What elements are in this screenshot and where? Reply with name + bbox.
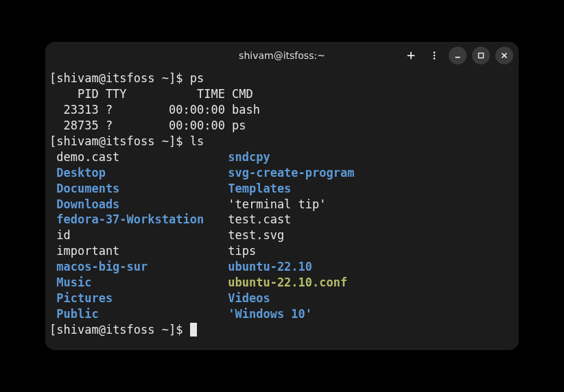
ls-entry: test.cast xyxy=(221,212,291,228)
ls-entry: demo.cast xyxy=(49,149,221,165)
ls-entry: ubuntu-22.10 xyxy=(221,259,312,275)
window-title: shivam@itsfoss:~ xyxy=(239,50,325,61)
terminal-body[interactable]: [shivam@itsfoss ~]$ ps PID TTY TIME CMD … xyxy=(45,69,519,350)
ls-entry: 'Windows 10' xyxy=(221,306,312,322)
prompt-line: [shivam@itsfoss ~]$ xyxy=(49,71,190,85)
ls-entry: Pictures xyxy=(49,291,221,306)
ls-row: id test.svg xyxy=(49,228,515,243)
ls-row: Documents Templates xyxy=(49,181,515,197)
ls-entry: Music xyxy=(49,275,221,291)
ls-row: Downloads 'terminal tip' xyxy=(49,197,515,212)
svg-point-4 xyxy=(434,58,436,60)
ls-row: fedora-37-Workstation test.cast xyxy=(49,212,515,228)
ls-row: demo.cast sndcpy xyxy=(49,149,515,165)
command-ps: ps xyxy=(190,71,204,85)
svg-point-3 xyxy=(434,55,436,57)
ls-entry: ubuntu-22.10.conf xyxy=(221,275,347,291)
ls-entry: Desktop xyxy=(49,165,221,181)
menu-button[interactable] xyxy=(425,47,443,64)
ls-row: Desktop svg-create-program xyxy=(49,165,515,181)
ls-entry: Templates xyxy=(221,181,291,197)
ps-row: 28735 ? 00:00:00 ps xyxy=(49,119,246,132)
close-button[interactable] xyxy=(495,47,513,64)
ls-entry: sndcpy xyxy=(221,149,270,165)
minimize-icon xyxy=(453,51,462,60)
ls-entry: important xyxy=(49,243,221,259)
close-icon xyxy=(500,51,509,60)
terminal-window: shivam@itsfoss:~ [shivam@itsfoss ~]$ ps … xyxy=(45,42,519,350)
ls-entry: macos-big-sur xyxy=(49,259,221,275)
ls-row: macos-big-sur ubuntu-22.10 xyxy=(49,259,515,275)
titlebar: shivam@itsfoss:~ xyxy=(45,42,519,69)
ls-entry: test.svg xyxy=(221,228,284,243)
ps-row: 23313 ? 00:00:00 bash xyxy=(49,103,260,117)
prompt-line: [shivam@itsfoss ~]$ xyxy=(49,323,190,336)
ls-entry: tips xyxy=(221,243,256,259)
maximize-button[interactable] xyxy=(472,47,490,64)
ls-output: demo.cast sndcpy Desktop svg-create-prog… xyxy=(49,149,515,322)
ls-entry: Videos xyxy=(221,291,270,306)
plus-icon xyxy=(406,51,416,60)
ls-row: important tips xyxy=(49,243,515,259)
ls-entry: Documents xyxy=(49,181,221,197)
ls-entry: Public xyxy=(49,306,221,322)
prompt-line: [shivam@itsfoss ~]$ xyxy=(49,134,190,148)
cursor xyxy=(190,323,197,336)
svg-rect-6 xyxy=(479,53,484,58)
ls-entry: svg-create-program xyxy=(221,165,354,181)
ls-entry: id xyxy=(49,228,221,243)
maximize-icon xyxy=(476,51,486,60)
new-tab-button[interactable] xyxy=(402,47,420,64)
ls-row: Public 'Windows 10' xyxy=(49,306,515,322)
svg-point-2 xyxy=(434,51,436,53)
ls-entry: Downloads xyxy=(49,197,221,212)
ls-entry: fedora-37-Workstation xyxy=(49,212,221,228)
minimize-button[interactable] xyxy=(449,47,467,64)
ls-row: Pictures Videos xyxy=(49,291,515,306)
ls-entry: 'terminal tip' xyxy=(221,197,327,212)
titlebar-controls xyxy=(402,47,513,64)
ps-header: PID TTY TIME CMD xyxy=(49,87,253,101)
kebab-icon xyxy=(430,51,439,60)
ls-row: Music ubuntu-22.10.conf xyxy=(49,275,515,291)
command-ls: ls xyxy=(190,134,204,148)
